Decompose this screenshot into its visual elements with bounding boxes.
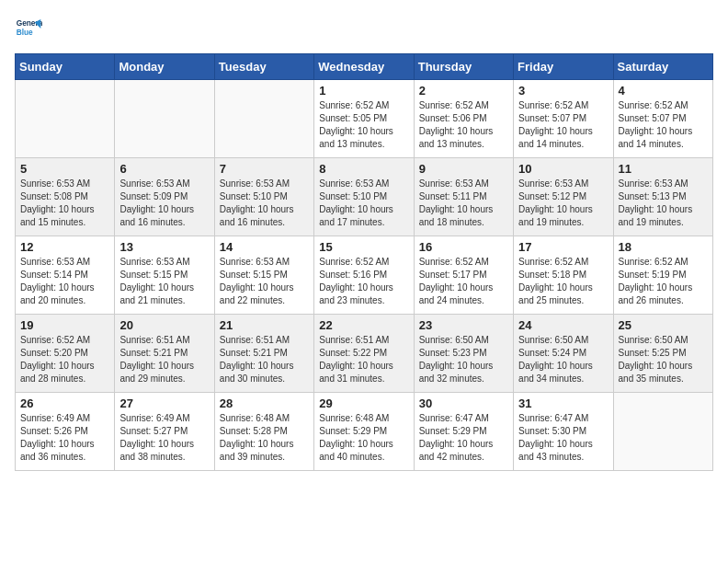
- day-number: 25: [619, 318, 708, 332]
- day-info: Sunrise: 6:51 AM Sunset: 5:21 PM Dayligh…: [119, 334, 209, 385]
- day-number: 8: [319, 162, 408, 176]
- day-number: 3: [518, 84, 608, 98]
- day-number: 4: [619, 84, 708, 98]
- day-info: Sunrise: 6:52 AM Sunset: 5:07 PM Dayligh…: [518, 99, 608, 151]
- table-row: 26Sunrise: 6:49 AM Sunset: 5:26 PM Dayli…: [16, 393, 115, 471]
- day-number: 20: [119, 318, 209, 332]
- table-row: [115, 80, 214, 158]
- day-info: Sunrise: 6:51 AM Sunset: 5:21 PM Dayligh…: [220, 334, 309, 385]
- day-info: Sunrise: 6:52 AM Sunset: 5:05 PM Dayligh…: [319, 99, 408, 151]
- day-info: Sunrise: 6:53 AM Sunset: 5:11 PM Dayligh…: [419, 178, 508, 229]
- day-info: Sunrise: 6:50 AM Sunset: 5:23 PM Dayligh…: [419, 334, 508, 385]
- day-info: Sunrise: 6:52 AM Sunset: 5:07 PM Dayligh…: [619, 99, 708, 151]
- day-number: 9: [419, 162, 508, 176]
- day-number: 18: [619, 240, 708, 254]
- table-row: 19Sunrise: 6:52 AM Sunset: 5:20 PM Dayli…: [16, 315, 115, 393]
- day-info: Sunrise: 6:53 AM Sunset: 5:12 PM Dayligh…: [518, 178, 608, 229]
- day-info: Sunrise: 6:52 AM Sunset: 5:16 PM Dayligh…: [319, 256, 408, 307]
- table-row: 7Sunrise: 6:53 AM Sunset: 5:10 PM Daylig…: [214, 158, 313, 236]
- calendar-week-row: 19Sunrise: 6:52 AM Sunset: 5:20 PM Dayli…: [16, 315, 713, 393]
- day-info: Sunrise: 6:53 AM Sunset: 5:13 PM Dayligh…: [619, 178, 708, 229]
- day-info: Sunrise: 6:52 AM Sunset: 5:20 PM Dayligh…: [20, 334, 109, 385]
- table-row: 28Sunrise: 6:48 AM Sunset: 5:28 PM Dayli…: [214, 393, 313, 471]
- day-number: 26: [20, 396, 109, 410]
- day-info: Sunrise: 6:53 AM Sunset: 5:08 PM Dayligh…: [20, 178, 109, 229]
- table-row: 8Sunrise: 6:53 AM Sunset: 5:10 PM Daylig…: [314, 158, 414, 236]
- page-container: General Blue Sunday Monday Tuesday Wedne…: [0, 0, 728, 478]
- table-row: 29Sunrise: 6:48 AM Sunset: 5:29 PM Dayli…: [314, 393, 414, 471]
- day-info: Sunrise: 6:52 AM Sunset: 5:06 PM Dayligh…: [419, 99, 508, 151]
- day-number: 23: [419, 318, 508, 332]
- logo-icon: General Blue: [15, 15, 42, 42]
- table-row: 21Sunrise: 6:51 AM Sunset: 5:21 PM Dayli…: [214, 315, 313, 393]
- col-header-tuesday: Tuesday: [214, 54, 313, 80]
- day-number: 17: [518, 240, 608, 254]
- table-row: 6Sunrise: 6:53 AM Sunset: 5:09 PM Daylig…: [115, 158, 214, 236]
- day-info: Sunrise: 6:49 AM Sunset: 5:26 PM Dayligh…: [20, 412, 109, 464]
- table-row: 16Sunrise: 6:52 AM Sunset: 5:17 PM Dayli…: [414, 236, 513, 315]
- table-row: [214, 80, 313, 158]
- table-row: 11Sunrise: 6:53 AM Sunset: 5:13 PM Dayli…: [613, 158, 712, 236]
- table-row: 1Sunrise: 6:52 AM Sunset: 5:05 PM Daylig…: [314, 80, 414, 158]
- logo: General Blue: [15, 15, 46, 42]
- day-info: Sunrise: 6:50 AM Sunset: 5:24 PM Dayligh…: [518, 334, 608, 385]
- col-header-thursday: Thursday: [414, 54, 513, 80]
- day-info: Sunrise: 6:47 AM Sunset: 5:29 PM Dayligh…: [419, 412, 508, 464]
- col-header-monday: Monday: [115, 54, 214, 80]
- calendar-week-row: 1Sunrise: 6:52 AM Sunset: 5:05 PM Daylig…: [16, 80, 713, 158]
- table-row: 10Sunrise: 6:53 AM Sunset: 5:12 PM Dayli…: [514, 158, 613, 236]
- calendar-week-row: 5Sunrise: 6:53 AM Sunset: 5:08 PM Daylig…: [16, 158, 713, 236]
- table-row: 3Sunrise: 6:52 AM Sunset: 5:07 PM Daylig…: [514, 80, 613, 158]
- day-number: 11: [619, 162, 708, 176]
- page-header: General Blue: [15, 15, 713, 42]
- table-row: 14Sunrise: 6:53 AM Sunset: 5:15 PM Dayli…: [214, 236, 313, 315]
- day-info: Sunrise: 6:53 AM Sunset: 5:09 PM Dayligh…: [119, 178, 209, 229]
- calendar-week-row: 12Sunrise: 6:53 AM Sunset: 5:14 PM Dayli…: [16, 236, 713, 315]
- table-row: 25Sunrise: 6:50 AM Sunset: 5:25 PM Dayli…: [613, 315, 712, 393]
- day-info: Sunrise: 6:53 AM Sunset: 5:15 PM Dayligh…: [119, 256, 209, 307]
- day-number: 19: [20, 318, 109, 332]
- day-number: 22: [319, 318, 408, 332]
- table-row: 30Sunrise: 6:47 AM Sunset: 5:29 PM Dayli…: [414, 393, 513, 471]
- table-row: [613, 393, 712, 471]
- calendar-header-row: Sunday Monday Tuesday Wednesday Thursday…: [16, 54, 713, 80]
- day-number: 30: [419, 396, 508, 410]
- table-row: 2Sunrise: 6:52 AM Sunset: 5:06 PM Daylig…: [414, 80, 513, 158]
- day-number: 10: [518, 162, 608, 176]
- day-info: Sunrise: 6:49 AM Sunset: 5:27 PM Dayligh…: [119, 412, 209, 464]
- table-row: 22Sunrise: 6:51 AM Sunset: 5:22 PM Dayli…: [314, 315, 414, 393]
- day-info: Sunrise: 6:48 AM Sunset: 5:28 PM Dayligh…: [220, 412, 309, 464]
- table-row: 13Sunrise: 6:53 AM Sunset: 5:15 PM Dayli…: [115, 236, 214, 315]
- col-header-saturday: Saturday: [613, 54, 712, 80]
- day-info: Sunrise: 6:53 AM Sunset: 5:10 PM Dayligh…: [319, 178, 408, 229]
- day-info: Sunrise: 6:53 AM Sunset: 5:10 PM Dayligh…: [220, 178, 309, 229]
- day-info: Sunrise: 6:53 AM Sunset: 5:14 PM Dayligh…: [20, 256, 109, 307]
- table-row: 24Sunrise: 6:50 AM Sunset: 5:24 PM Dayli…: [514, 315, 613, 393]
- table-row: [16, 80, 115, 158]
- table-row: 20Sunrise: 6:51 AM Sunset: 5:21 PM Dayli…: [115, 315, 214, 393]
- col-header-wednesday: Wednesday: [314, 54, 414, 80]
- calendar-table: Sunday Monday Tuesday Wednesday Thursday…: [15, 53, 713, 471]
- day-info: Sunrise: 6:52 AM Sunset: 5:18 PM Dayligh…: [518, 256, 608, 307]
- day-number: 29: [319, 396, 408, 410]
- day-number: 27: [119, 396, 209, 410]
- table-row: 15Sunrise: 6:52 AM Sunset: 5:16 PM Dayli…: [314, 236, 414, 315]
- day-info: Sunrise: 6:51 AM Sunset: 5:22 PM Dayligh…: [319, 334, 408, 385]
- day-number: 14: [220, 240, 309, 254]
- day-info: Sunrise: 6:53 AM Sunset: 5:15 PM Dayligh…: [220, 256, 309, 307]
- col-header-friday: Friday: [514, 54, 613, 80]
- table-row: 31Sunrise: 6:47 AM Sunset: 5:30 PM Dayli…: [514, 393, 613, 471]
- table-row: 12Sunrise: 6:53 AM Sunset: 5:14 PM Dayli…: [16, 236, 115, 315]
- day-number: 2: [419, 84, 508, 98]
- table-row: 9Sunrise: 6:53 AM Sunset: 5:11 PM Daylig…: [414, 158, 513, 236]
- day-number: 7: [220, 162, 309, 176]
- table-row: 23Sunrise: 6:50 AM Sunset: 5:23 PM Dayli…: [414, 315, 513, 393]
- day-number: 28: [220, 396, 309, 410]
- table-row: 4Sunrise: 6:52 AM Sunset: 5:07 PM Daylig…: [613, 80, 712, 158]
- day-info: Sunrise: 6:50 AM Sunset: 5:25 PM Dayligh…: [619, 334, 708, 385]
- day-number: 13: [119, 240, 209, 254]
- day-info: Sunrise: 6:52 AM Sunset: 5:19 PM Dayligh…: [619, 256, 708, 307]
- table-row: 18Sunrise: 6:52 AM Sunset: 5:19 PM Dayli…: [613, 236, 712, 315]
- day-info: Sunrise: 6:48 AM Sunset: 5:29 PM Dayligh…: [319, 412, 408, 464]
- day-info: Sunrise: 6:52 AM Sunset: 5:17 PM Dayligh…: [419, 256, 508, 307]
